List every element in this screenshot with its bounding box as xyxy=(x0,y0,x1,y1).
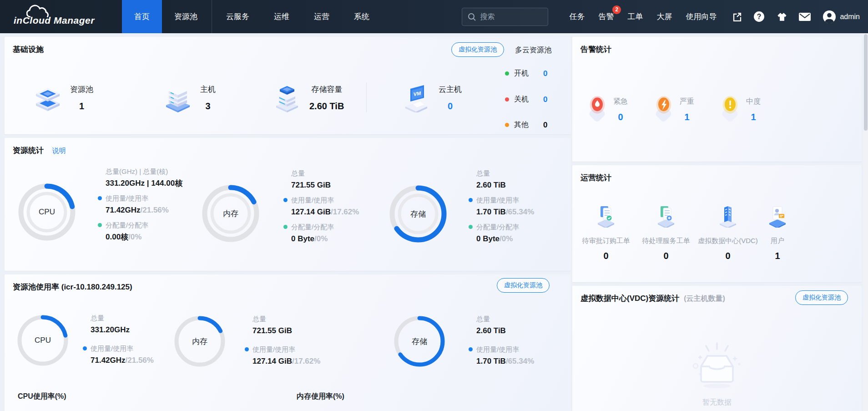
alloc-rate: /0% xyxy=(128,233,141,241)
app-logo[interactable]: inCloud Manager xyxy=(0,0,122,33)
legend-value: 0 xyxy=(543,69,547,78)
alloc-value: 0 Byte xyxy=(476,234,500,243)
used-value: 1.70 TiB xyxy=(476,208,506,216)
vm-legend-off: 关机 0 xyxy=(505,95,547,104)
alarm-label: 紧急 xyxy=(613,97,628,107)
logo-text: inCloud Manager xyxy=(14,15,95,33)
major-alarm-icon xyxy=(652,93,675,122)
donut-center-label: CPU xyxy=(16,182,77,243)
ops-pending-service: 待处理服务工单 0 xyxy=(636,204,696,261)
tasks-link[interactable]: 任务 xyxy=(569,11,585,22)
infrastructure-title: 基础设施 xyxy=(13,44,44,55)
nav-item-resource-pool[interactable]: 资源池 xyxy=(162,0,210,33)
cpu-donut: CPU xyxy=(16,182,77,243)
vdc-stats-card: 虚拟数据中心(VDC)资源统计(云主机数量) 虚拟化资源池 暂无数据 xyxy=(572,286,862,411)
alarms-link[interactable]: 告警 2 xyxy=(598,11,614,22)
tab-multicloud-pool[interactable]: 多云资源池 xyxy=(515,46,551,55)
service-ticket-icon xyxy=(656,204,676,228)
red-dot xyxy=(505,97,509,101)
used-dot xyxy=(245,347,249,351)
mail-icon[interactable] xyxy=(799,12,811,21)
alarm-stats-card: 告警统计 紧急 0 严重 1 xyxy=(572,37,862,162)
used-rate: /65.34% xyxy=(506,357,534,365)
nav-item-operations[interactable]: 运维 xyxy=(262,0,302,33)
used-value: 1.70 TiB xyxy=(476,357,506,365)
scrollbar-thumb[interactable] xyxy=(864,34,868,131)
infrastructure-card: 基础设施 虚拟化资源池 多云资源池 资源池 1 xyxy=(5,37,571,134)
search-input[interactable] xyxy=(480,13,539,21)
stat-divider xyxy=(366,82,367,112)
help-icon[interactable]: ? xyxy=(753,11,765,22)
stat-value: 0 xyxy=(439,101,462,112)
total-label: 总量 xyxy=(476,169,581,178)
title-text: 资源统计 xyxy=(13,146,44,155)
ops-label: 用户 xyxy=(752,237,802,245)
alarm-stats-title: 告警统计 xyxy=(580,44,611,55)
explain-link[interactable]: 说明 xyxy=(52,147,66,154)
storage-donut: 存储 xyxy=(388,183,449,244)
stat-storage: 存储容量 2.60 TiB xyxy=(272,82,344,112)
used-dot xyxy=(83,346,87,350)
alloc-rate: /0% xyxy=(314,234,328,243)
alarm-moderate: 中度 1 xyxy=(719,93,761,122)
global-search[interactable] xyxy=(462,8,548,26)
resource-pool-icon xyxy=(33,82,63,112)
alarm-critical: 紧急 0 xyxy=(586,93,628,122)
resource-stats-title: 资源统计 说明 xyxy=(13,145,66,156)
pool-usage-pill[interactable]: 虚拟化资源池 xyxy=(497,278,550,293)
stat-value: 2.60 TiB xyxy=(309,101,344,112)
nav-item-business[interactable]: 运营 xyxy=(302,0,342,33)
alloc-label: 分配量/分配率 xyxy=(106,221,148,229)
used-rate: /21.56% xyxy=(141,206,169,214)
cpu-usage-chart-title: CPU使用率(%) xyxy=(18,392,66,401)
vm-legend-other: 其他 0 xyxy=(505,120,547,130)
vertical-scrollbar[interactable] xyxy=(863,33,868,411)
used-label: 使用量/使用率 xyxy=(476,345,519,353)
donut-center-label: 存储 xyxy=(393,315,446,368)
used-value: 71.42GHz xyxy=(106,206,141,214)
pool-usage-card: 资源池使用率 (icr-10.180.249.125) 虚拟化资源池 CPU 总… xyxy=(5,274,571,411)
ops-label: 待审批订购工单 xyxy=(576,237,636,245)
ops-value: 0 xyxy=(576,251,636,261)
critical-alarm-icon xyxy=(586,93,609,122)
stat-vm: VM 云主机 0 xyxy=(401,82,462,112)
tab-virtual-pool[interactable]: 虚拟化资源池 xyxy=(451,42,504,57)
nav-item-system[interactable]: 系统 xyxy=(342,0,382,33)
alloc-label: 分配量/分配率 xyxy=(291,223,334,231)
alloc-value: 0.00核 xyxy=(106,233,128,241)
used-label: 使用量/使用率 xyxy=(91,345,133,352)
vdc-pill[interactable]: 虚拟化资源池 xyxy=(795,290,848,305)
ops-stats-card: 运营统计 待审批订购工单 0 待处理服务工单 0 xyxy=(572,165,862,282)
legend-label: 其他 xyxy=(514,120,538,130)
guide-link[interactable]: 使用向导 xyxy=(686,11,717,22)
used-dot xyxy=(98,196,102,200)
big-screen-link[interactable]: 大屏 xyxy=(656,11,672,22)
green-dot xyxy=(505,71,509,76)
alarm-value: 0 xyxy=(613,112,628,122)
stat-resource-pool: 资源池 1 xyxy=(33,82,93,112)
nav-item-home[interactable]: 首页 xyxy=(122,0,162,33)
pool-cpu-donut: CPU xyxy=(16,314,70,367)
alarm-value: 1 xyxy=(680,112,694,122)
ops-stats-title: 运营统计 xyxy=(580,173,611,183)
total-label: 总量 xyxy=(252,315,357,323)
alarm-value: 1 xyxy=(746,112,761,122)
donut-center-label: 内存 xyxy=(173,315,227,368)
user-menu[interactable]: admin xyxy=(823,10,860,24)
alarm-major: 严重 1 xyxy=(652,93,694,122)
external-link-icon[interactable] xyxy=(732,11,742,22)
tickets-link[interactable]: 工单 xyxy=(627,11,643,22)
resource-stats-card: 资源统计 说明 CPU 总量(GHz) | 总量(核) 331.20GHz | … xyxy=(5,138,571,271)
vdc-building-icon xyxy=(717,204,738,228)
total-value: 2.60 TiB xyxy=(476,326,581,335)
nav-item-cloud-services[interactable]: 云服务 xyxy=(214,0,262,33)
alarm-label: 中度 xyxy=(746,97,761,107)
empty-text: 暂无数据 xyxy=(572,398,862,407)
used-rate: /17.62% xyxy=(331,208,359,216)
nav-divider xyxy=(212,0,212,33)
used-label: 使用量/使用率 xyxy=(476,196,519,204)
theme-shirt-icon[interactable] xyxy=(776,11,788,22)
total-value: 331.20GHz | 144.00核 xyxy=(106,178,210,188)
ops-users: 用户 1 xyxy=(752,204,802,261)
alloc-dot xyxy=(469,225,473,229)
